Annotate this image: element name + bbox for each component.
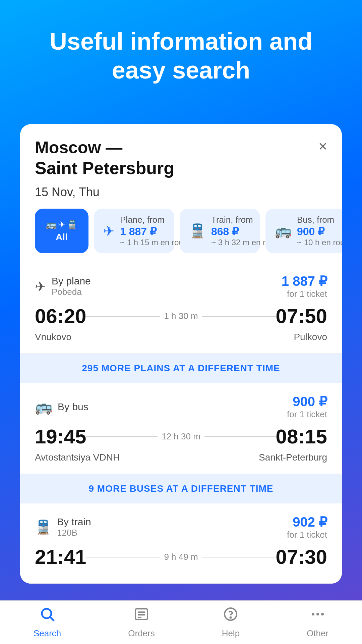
bus-line-left [86,436,158,437]
bus-station-row: Avtostantsiya VDNH Sankt-Peterburg [35,452,327,463]
bus-depart-station: Avtostantsiya VDNH [35,452,120,463]
bus-chip-price: 900 ₽ [297,225,342,238]
result-plane-header: ✈ By plane Pobeda 1 887 ₽ for 1 ticket [35,273,327,299]
bus-chip-icon: 🚌 [275,223,292,239]
bus-type-label: By bus [58,401,88,413]
result-plane[interactable]: ✈ By plane Pobeda 1 887 ₽ for 1 ticket 0… [20,263,342,354]
plane-duration: 1 h 30 m [160,311,202,321]
bus-price-sub: for 1 ticket [287,409,327,420]
route-date: 15 Nov, Thu [20,185,342,209]
plane-arrive-time: 07:50 [276,305,327,328]
plane-type-label: By plane [52,275,91,287]
nav-other[interactable]: Other [307,606,328,639]
bus-chip-duration: ~ 10 h en route [297,238,342,247]
train-price-block: 902 ₽ for 1 ticket [287,514,327,540]
bus-result-icon: 🚌 [35,398,52,415]
bus-depart-time: 19:45 [35,425,86,448]
nav-orders[interactable]: Orders [128,606,155,639]
plane-depart-station: Vnukovo [35,332,71,342]
train-line-left [86,557,160,557]
search-icon [39,606,55,626]
filter-train[interactable]: 🚆 Train, from 868 ₽ ~ 3 h 32 m en route [180,209,260,253]
results-list: ✈ By plane Pobeda 1 887 ₽ for 1 ticket 0… [20,263,342,584]
plane-time-line: 1 h 30 m [86,311,276,321]
plane-sub-label: Pobeda [52,287,91,297]
plane-chip-icon: ✈ [103,223,115,239]
train-time-row: 21:41 9 h 49 m 07:30 [35,545,327,569]
bus-price-block: 900 ₽ for 1 ticket [287,394,327,420]
train-price: 902 ₽ [287,514,327,530]
filter-all-label: All [56,232,68,243]
train-line-right [202,557,276,557]
route-to: Saint Petersburg [35,158,174,178]
more-planes-banner[interactable]: 295 MORE PLAINS AT A DIFFERENT TIME [20,354,342,383]
orders-icon [133,606,149,626]
svg-point-7 [230,617,231,618]
train-type-label: By train [57,516,91,528]
plane-arrive-station: Pulkovo [294,332,327,342]
train-chip-icon: 🚆 [189,223,206,239]
more-planes-text: 295 MORE PLAINS AT A DIFFERENT TIME [82,363,280,373]
main-card: Moscow — Saint Petersburg × 15 Nov, Thu … [20,124,342,584]
nav-help[interactable]: Help [222,606,240,639]
bus-time-row: 19:45 12 h 30 m 08:15 [35,425,327,448]
plane-time-row: 06:20 1 h 30 m 07:50 [35,305,327,328]
plane-price-block: 1 887 ₽ for 1 ticket [282,273,327,299]
bottom-nav: Search Orders Help [0,600,362,644]
nav-search[interactable]: Search [34,606,61,639]
nav-help-label: Help [222,628,240,639]
filter-all[interactable]: 🚌 ✈ 🚆 All [35,209,88,253]
train-result-icon: 🚆 [35,519,52,535]
hero-title: Useful information and easy search [0,0,362,98]
svg-line-1 [50,617,54,621]
plane-names: By plane Pobeda [52,275,91,297]
more-icon [310,606,326,626]
nav-other-label: Other [307,628,328,639]
svg-point-10 [321,613,324,615]
result-bus[interactable]: 🚌 By bus 900 ₽ for 1 ticket 19:45 12 h 3… [20,383,342,474]
result-train-header: 🚆 By train 120B 902 ₽ for 1 ticket [35,514,327,540]
svg-point-9 [316,613,319,615]
bus-transport-info: 🚌 By bus [35,398,88,415]
bus-arrive-time: 08:15 [276,425,327,448]
train-small-icon: 🚆 [67,219,77,230]
result-bus-header: 🚌 By bus 900 ₽ for 1 ticket [35,394,327,420]
bus-names: By bus [58,401,88,413]
plane-line-right [202,316,276,317]
filter-plane[interactable]: ✈ Plane, from 1 887 ₽ ~ 1 h 15 m en rout… [94,209,174,253]
bus-chip-type: Bus, from [297,215,342,225]
plane-line-left [86,316,160,317]
help-icon [223,606,239,626]
plane-price: 1 887 ₽ [282,273,327,289]
result-train[interactable]: 🚆 By train 120B 902 ₽ for 1 ticket 21:41… [20,503,342,584]
plane-result-icon: ✈ [35,279,46,294]
train-sub-label: 120B [57,528,91,538]
train-arrive-time: 07:30 [276,545,327,569]
bus-duration: 12 h 30 m [158,431,204,442]
nav-orders-label: Orders [128,628,155,639]
nav-search-label: Search [34,628,61,639]
plane-transport-info: ✈ By plane Pobeda [35,275,91,297]
bus-chip-info: Bus, from 900 ₽ ~ 10 h en route [297,215,342,247]
bus-arrive-station: Sankt-Peterburg [259,452,327,463]
filter-bus[interactable]: 🚌 Bus, from 900 ₽ ~ 10 h en route [265,209,342,253]
bus-price: 900 ₽ [287,394,327,409]
more-buses-banner[interactable]: 9 MORE BUSES AT A DIFFERENT TIME [20,474,342,503]
train-depart-time: 21:41 [35,545,86,569]
svg-point-8 [312,613,314,615]
card-header: Moscow — Saint Petersburg × [20,124,342,185]
bus-line-right [204,436,276,437]
plane-station-row: Vnukovo Pulkovo [35,332,327,342]
route-title: Moscow — Saint Petersburg [35,138,174,178]
svg-point-0 [42,609,51,618]
train-price-sub: for 1 ticket [287,530,327,540]
close-button[interactable]: × [318,139,327,154]
bus-small-icon: 🚌 [46,219,57,230]
plane-depart-time: 06:20 [35,305,86,328]
train-duration: 9 h 49 m [160,552,202,562]
train-transport-info: 🚆 By train 120B [35,516,91,538]
filter-all-icons: 🚌 ✈ 🚆 [46,219,77,230]
plane-small-icon: ✈ [58,219,65,230]
plane-price-sub: for 1 ticket [282,289,327,299]
train-names: By train 120B [57,516,91,538]
